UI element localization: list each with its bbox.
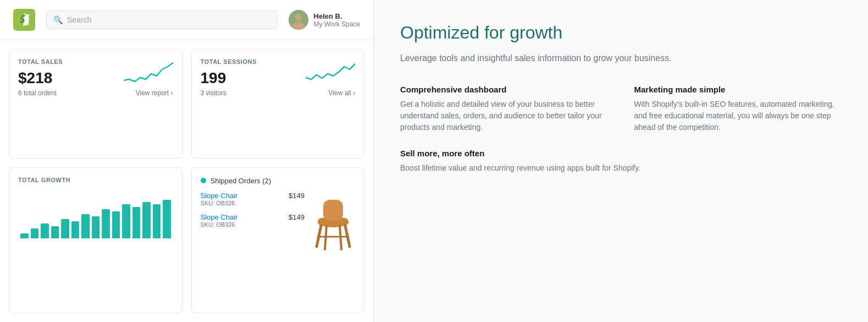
total-sales-card: TOTAL SALES $218 6 total orders View rep…	[9, 49, 183, 159]
growth-bar	[92, 216, 100, 238]
shipped-orders-card: Shipped Orders (2) Slope Chair SKU: OB32…	[191, 167, 365, 314]
growth-bar	[142, 202, 151, 238]
shipped-title: Shipped Orders (2)	[211, 177, 272, 185]
growth-bar	[41, 223, 49, 238]
order-name[interactable]: Slope Chair	[201, 192, 238, 200]
search-bar[interactable]: 🔍 Search	[46, 10, 278, 29]
order-item: Slope Chair SKU: OB326 $149	[201, 213, 305, 228]
growth-bar	[153, 204, 161, 238]
features-bottom: Sell more, more often Boost lifetime val…	[400, 149, 842, 174]
sales-mini-chart	[124, 58, 173, 86]
user-area[interactable]: Helen B. My Work Space	[289, 10, 360, 30]
search-placeholder-text: Search	[67, 15, 91, 24]
main-subtitle: Leverage tools and insightful sales info…	[400, 52, 686, 65]
feature-desc-3: Boost lifetime value and recurring reven…	[400, 162, 842, 174]
order-details: Slope Chair SKU: OB326	[201, 213, 238, 228]
growth-bar	[71, 221, 80, 238]
feature-comprehensive-dashboard: Comprehensive dashboard Get a holistic a…	[400, 85, 608, 133]
header: 🔍 Search Helen B. My Work Space	[0, 0, 373, 40]
svg-point-2	[295, 14, 302, 21]
order-details: Slope Chair SKU: OB326	[201, 192, 238, 206]
features-grid: Comprehensive dashboard Get a holistic a…	[400, 85, 842, 133]
feature-sell-more: Sell more, more often Boost lifetime val…	[400, 149, 842, 174]
total-sessions-card: TOTAL SESSIONS 199 3 visitors View all ›	[191, 49, 365, 159]
svg-rect-6	[323, 200, 343, 221]
total-sales-sub: 6 total orders	[18, 89, 57, 97]
user-name: Helen B.	[314, 12, 360, 20]
feature-title-2: Marketing made simple	[634, 85, 842, 94]
growth-bar	[31, 228, 39, 238]
order-sku: SKU: OB326	[201, 221, 238, 228]
order-item: Slope Chair SKU: OB326 $149	[201, 192, 305, 206]
order-sku: SKU: OB326	[201, 200, 238, 206]
growth-bar	[102, 209, 110, 238]
orders-list: Slope Chair SKU: OB326 $149 Slope Chair …	[201, 192, 305, 252]
total-growth-card: TOTAL GROWTH	[9, 167, 183, 314]
search-icon: 🔍	[53, 15, 63, 24]
user-info: Helen B. My Work Space	[314, 12, 360, 28]
avatar	[289, 10, 308, 30]
feature-title-3: Sell more, more often	[400, 149, 842, 158]
growth-bar	[163, 200, 171, 238]
shipped-content: Slope Chair SKU: OB326 $149 Slope Chair …	[201, 192, 356, 252]
order-price: $149	[289, 192, 305, 200]
growth-bar	[51, 226, 59, 238]
growth-bar	[61, 219, 69, 238]
growth-bar-chart	[18, 194, 173, 238]
sessions-mini-chart	[306, 58, 355, 86]
growth-bar	[132, 207, 141, 238]
growth-bar	[112, 211, 120, 238]
view-report-link[interactable]: View report ›	[136, 89, 173, 97]
feature-marketing: Marketing made simple With Shopify's bui…	[634, 85, 842, 133]
total-growth-label: TOTAL GROWTH	[18, 177, 173, 183]
total-sessions-sub: 3 visitors	[201, 89, 226, 97]
user-workspace: My Work Space	[314, 20, 360, 28]
order-name[interactable]: Slope Chair	[201, 213, 238, 221]
growth-bar	[20, 233, 29, 238]
chair-image	[311, 192, 355, 252]
left-panel: 🔍 Search Helen B. My Work Space TOTAL SA…	[0, 0, 374, 322]
feature-desc-2: With Shopify's built-in SEO features, au…	[634, 99, 842, 133]
main-title: Optimized for growth	[400, 22, 842, 43]
growth-bar	[81, 214, 90, 238]
shipped-header: Shipped Orders (2)	[201, 177, 356, 185]
right-panel: Optimized for growth Leverage tools and …	[374, 0, 868, 322]
dashboard-grid: TOTAL SALES $218 6 total orders View rep…	[0, 40, 373, 322]
shopify-logo	[13, 9, 35, 31]
order-price: $149	[289, 213, 305, 221]
feature-desc-1: Get a holistic and detailed view of your…	[400, 99, 608, 133]
view-all-link[interactable]: View all ›	[329, 89, 355, 97]
feature-title-1: Comprehensive dashboard	[400, 85, 608, 94]
shipped-status-dot	[201, 178, 206, 183]
growth-bar	[122, 204, 130, 238]
